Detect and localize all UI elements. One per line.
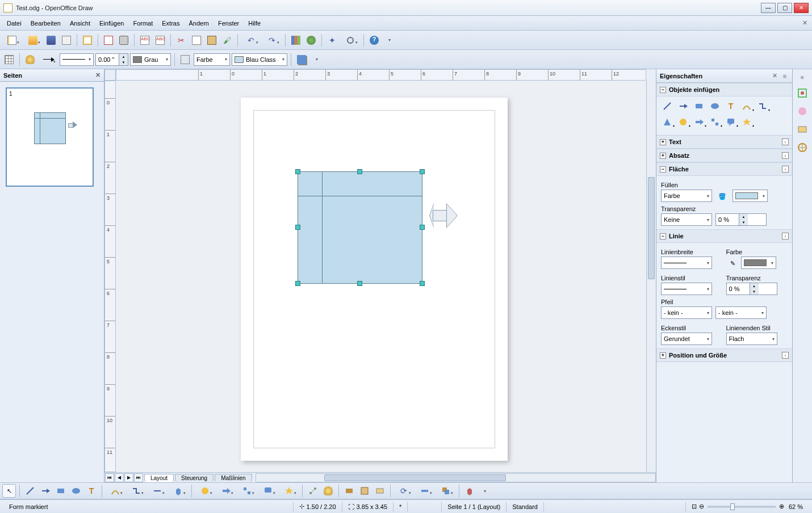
print-button[interactable] (117, 33, 131, 47)
stars-button[interactable] (279, 484, 299, 498)
cut-button[interactable]: ✂ (174, 33, 188, 47)
fill-mode-select[interactable]: Farbe▾ (661, 190, 712, 202)
insert-blockarrows-button[interactable] (693, 116, 705, 128)
arrow-start-select[interactable]: - kein -▾ (661, 306, 712, 319)
lines-arrows-button[interactable] (148, 484, 167, 498)
fill-color-select[interactable]: ▾ (733, 190, 768, 202)
align-button[interactable] (415, 484, 434, 498)
resize-handle-ml[interactable] (295, 225, 300, 230)
document-close-icon[interactable]: ✕ (800, 18, 810, 28)
sidebar-collapse-button[interactable]: ≡ (794, 72, 810, 83)
symbol-shapes-button[interactable] (216, 484, 236, 498)
ellipse-tool-button[interactable] (69, 484, 83, 498)
properties-close-icon[interactable]: ✕ (772, 72, 777, 79)
insert-rect-button[interactable] (693, 100, 705, 112)
menu-aendern[interactable]: Ändern (184, 18, 213, 29)
insert-arrow-button[interactable] (677, 100, 689, 112)
extrusion-button[interactable] (463, 484, 476, 498)
select-tool-button[interactable]: ↖ (2, 484, 16, 498)
basic-shapes-button[interactable] (195, 484, 215, 498)
navigator-button[interactable]: ✦ (325, 33, 339, 47)
line-transp-spinner[interactable]: ▲▼ (726, 283, 777, 295)
more-options-icon[interactable]: ▫ (782, 138, 789, 145)
tab-layout[interactable]: Layout (144, 474, 174, 482)
insert-connector-button[interactable] (756, 100, 769, 112)
resize-handle-br[interactable] (420, 281, 425, 286)
glue-points-button[interactable] (23, 53, 37, 66)
section-position-size[interactable]: + Position und Größe ▫ (656, 348, 792, 362)
nav-prev-button[interactable]: ◀ (115, 473, 124, 482)
spinner-up[interactable]: ▲ (119, 54, 128, 60)
section-text[interactable]: + Text ▫ (656, 135, 792, 149)
insert-ellipse-button[interactable] (709, 100, 721, 112)
arrange-button[interactable] (436, 484, 455, 498)
drawbar-options-button[interactable]: ▾ (478, 484, 492, 498)
resize-handle-bl[interactable] (295, 281, 300, 286)
arrange-button[interactable] (2, 53, 16, 66)
export-pdf-button[interactable] (102, 33, 115, 47)
fill-bucket-button[interactable]: 🪣 (715, 190, 729, 203)
status-page[interactable]: Seite 1 / 1 (Layout) (442, 502, 507, 512)
spinner-up[interactable]: ▲ (739, 214, 748, 220)
drawing-page[interactable] (241, 98, 508, 461)
pages-panel-close-icon[interactable]: ✕ (95, 72, 101, 79)
line-width-spinner[interactable]: ▲▼ (95, 53, 128, 66)
connector-tool-button[interactable] (127, 484, 146, 498)
page-thumbnail-1[interactable]: 1 (6, 87, 94, 187)
fill-color-select[interactable]: Blau Class ▾ (232, 53, 287, 66)
paste-button[interactable] (205, 33, 219, 47)
transparency-value-spinner[interactable]: ▲▼ (715, 213, 767, 226)
undo-button[interactable]: ↶ (241, 33, 261, 47)
spinner-down[interactable]: ▼ (739, 220, 748, 225)
menu-datei[interactable]: Datei (2, 18, 26, 29)
zoom-fit-icon[interactable]: ⊡ (692, 503, 697, 510)
fill-mode-select[interactable]: Farbe▾ (194, 53, 230, 66)
menu-format[interactable]: Format (128, 18, 157, 29)
nav-first-button[interactable]: ⏮ (105, 473, 114, 482)
callouts-button[interactable] (258, 484, 278, 498)
line-color-select[interactable]: Grau ▾ (130, 53, 171, 66)
spinner-down[interactable]: ▼ (750, 289, 759, 295)
section-insert-objects[interactable]: − Objekte einfügen (656, 83, 792, 96)
menu-bearbeiten[interactable]: Bearbeiten (26, 18, 65, 29)
resize-handle-tl[interactable] (295, 169, 300, 174)
save-button[interactable] (44, 33, 58, 47)
rect-tool-button[interactable] (54, 484, 68, 498)
line-width-select[interactable]: ▾ (661, 256, 712, 269)
menu-einfuegen[interactable]: Einfügen (95, 18, 128, 29)
selected-rectangle-shape[interactable] (298, 171, 422, 284)
spellcheck-button[interactable]: ABC (138, 33, 152, 47)
curve-tool-button[interactable] (106, 484, 125, 498)
close-button[interactable]: ✕ (794, 3, 809, 13)
more-options-icon[interactable]: ▫ (782, 352, 789, 359)
sidebar-styles-tab[interactable] (794, 103, 810, 119)
tab-masslinien[interactable]: Maßlinien (215, 474, 252, 482)
line-transp-input[interactable] (727, 283, 750, 295)
copy-button[interactable] (190, 33, 203, 47)
resize-handle-mr[interactable] (420, 225, 425, 230)
line-pen-button[interactable]: ✎ (726, 256, 740, 270)
vertical-ruler[interactable]: 10123456789101112 (104, 81, 116, 472)
chart-button[interactable] (289, 33, 303, 47)
line-endings-button[interactable] (39, 53, 58, 66)
resize-handle-tr[interactable] (420, 169, 425, 174)
sidebar-navigator-tab[interactable] (794, 140, 810, 155)
auto-spellcheck-button[interactable]: ABC (153, 33, 167, 47)
line-tool-button[interactable] (23, 484, 37, 498)
arrow-shape[interactable] (429, 203, 459, 228)
resize-handle-bc[interactable] (357, 281, 362, 286)
section-line[interactable]: − Linie ▫ (656, 229, 792, 243)
shadow-button[interactable] (295, 53, 308, 66)
insert-flowchart-button[interactable] (709, 116, 721, 128)
help-button[interactable]: ? (367, 33, 381, 47)
new-button[interactable] (2, 33, 22, 47)
horizontal-scrollbar[interactable] (256, 473, 656, 482)
line-style-select[interactable]: ▾ (60, 53, 94, 66)
menu-fenster[interactable]: Fenster (214, 18, 244, 29)
3d-objects-button[interactable] (169, 484, 188, 498)
arrow-end-select[interactable]: - kein -▾ (715, 306, 767, 319)
more-options-icon[interactable]: ▫ (782, 152, 789, 159)
maximize-button[interactable]: ▢ (777, 3, 792, 13)
from-file-button[interactable] (358, 484, 371, 498)
transparency-mode-select[interactable]: Keine▾ (661, 213, 712, 226)
